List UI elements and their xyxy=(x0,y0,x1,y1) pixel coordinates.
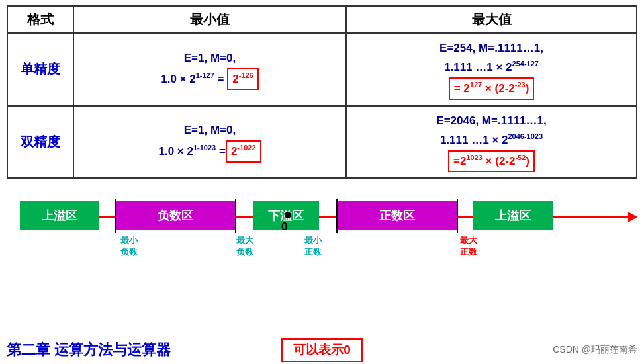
single-min-line1: E=1, M=0, xyxy=(79,49,340,67)
zero-label: 0 xyxy=(281,220,287,234)
double-max-value: E=2046, M=.1111…1, 1.111 …1 × 22046-1023… xyxy=(346,106,637,179)
double-min-line2: 1.0 × 21-1023 =2-1022 xyxy=(79,140,340,162)
bottom-right-credit: CSDN @玛丽莲南希 xyxy=(427,344,637,356)
zone-negative-label: 负数区 xyxy=(158,208,193,224)
table-row-double: 双精度 E=1, M=0, 1.0 × 21-1023 =2-1022 E=20… xyxy=(7,106,637,179)
zone-overflow-right-label: 上溢区 xyxy=(495,208,531,224)
table-section: 格式 最小值 最大值 单精度 E=1, M=0, 1.0 × 21-127 = … xyxy=(0,0,644,181)
col-header-format: 格式 xyxy=(7,6,73,33)
row-label-single: 单精度 xyxy=(7,33,73,106)
zone-positive-label: 正数区 xyxy=(379,208,415,224)
single-max-result: = 2127 × (2-2-23) xyxy=(449,77,535,99)
bracket-pos-right xyxy=(457,199,458,233)
double-min-result: 2-1022 xyxy=(226,140,261,162)
col-header-max: 最大值 xyxy=(346,6,637,33)
double-max-line3: =21023 × (2-2-52) xyxy=(352,150,631,172)
label-max-neg: 最大负数 xyxy=(225,234,265,258)
single-max-line2: 1.111 …1 × 2254-127 xyxy=(352,58,631,76)
row-label-double: 双精度 xyxy=(7,106,73,179)
zone-overflow-left-label: 上溢区 xyxy=(42,208,77,224)
col-header-min: 最小值 xyxy=(73,6,346,33)
bracket-neg-right xyxy=(235,199,236,233)
label-min-pos: 最小正数 xyxy=(293,234,333,258)
label-max-pos: 最大正数 xyxy=(449,234,488,258)
single-max-line3: = 2127 × (2-2-23) xyxy=(352,77,631,99)
single-max-line1: E=254, M=.1111…1, xyxy=(352,39,631,57)
double-max-result: =21023 × (2-2-52) xyxy=(448,150,535,172)
single-max-value: E=254, M=.1111…1, 1.111 …1 × 2254-127 = … xyxy=(346,33,637,106)
label-min-neg: 最小负数 xyxy=(109,234,149,258)
double-max-line1: E=2046, M=.1111…1, xyxy=(352,112,631,130)
zone-overflow-left: 上溢区 xyxy=(20,201,99,230)
zero-representable-label: 可以表示0 xyxy=(281,338,363,362)
double-min-value: E=1, M=0, 1.0 × 21-1023 =2-1022 xyxy=(73,106,346,179)
numberline-container: 上溢区 负数区 下溢区 0 正数区 上溢区 最小负数 最大负数 最小正数 最大正… xyxy=(7,188,637,261)
zone-overflow-right: 上溢区 xyxy=(473,201,553,230)
float-range-table: 格式 最小值 最大值 单精度 E=1, M=0, 1.0 × 21-127 = … xyxy=(7,5,637,179)
table-row-single: 单精度 E=1, M=0, 1.0 × 21-127 = 2-126 E=254… xyxy=(7,33,637,106)
zone-negative: 负数区 xyxy=(116,201,235,230)
zone-positive: 正数区 xyxy=(338,201,457,230)
single-min-line2: 1.0 × 21-127 = 2-126 xyxy=(79,68,340,90)
numberline-section: 上溢区 负数区 下溢区 0 正数区 上溢区 最小负数 最大负数 最小正数 最大正… xyxy=(0,181,644,261)
single-min-value: E=1, M=0, 1.0 × 21-127 = 2-126 xyxy=(73,33,346,106)
bottom-center: 可以表示0 xyxy=(217,338,428,362)
bottom-left-text: 第二章 运算方法与运算器 xyxy=(7,340,217,360)
double-min-line1: E=1, M=0, xyxy=(79,121,340,139)
single-min-result: 2-126 xyxy=(227,68,259,90)
bottom-section: 第二章 运算方法与运算器 可以表示0 CSDN @玛丽莲南希 xyxy=(0,336,644,364)
double-max-line2: 1.111 …1 × 22046-1023 xyxy=(352,131,631,149)
